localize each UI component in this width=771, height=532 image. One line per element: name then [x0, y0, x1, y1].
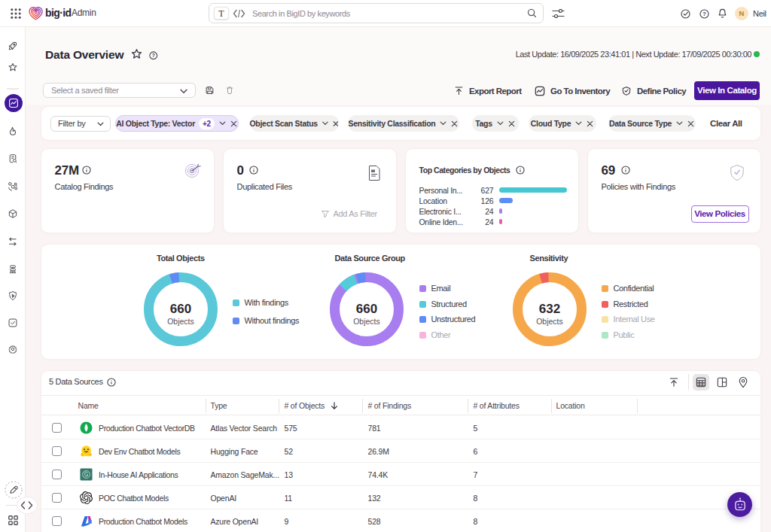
svg-text:660: 660: [355, 302, 376, 316]
svg-text:Objects: Objects: [353, 317, 380, 326]
svg-text:?: ?: [702, 11, 706, 17]
svg-text:Objects: Objects: [167, 317, 194, 326]
svg-text:632: 632: [538, 302, 559, 316]
svg-text:660: 660: [169, 302, 190, 316]
svg-text:?: ?: [152, 53, 155, 58]
svg-text:Objects: Objects: [536, 317, 563, 326]
